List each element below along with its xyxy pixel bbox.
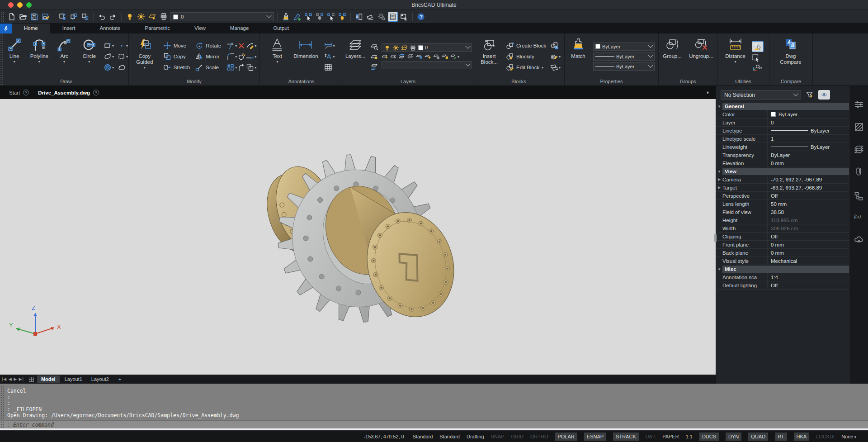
status-toggle-strack[interactable]: STRACK [613,432,639,441]
property-row[interactable]: Width306.826 cm [716,224,849,233]
layer-freeze-button[interactable] [416,53,423,60]
select-button[interactable] [752,54,764,62]
layer-off-button[interactable] [390,53,397,60]
property-row[interactable]: ▶Camera-70.2, 692.27, -967.89 [716,176,849,184]
layout-tab-layout2[interactable]: Layout2 [87,375,113,383]
open-button[interactable] [18,12,28,22]
expand-icon[interactable]: ▶ [716,177,722,181]
match-props-button[interactable] [281,12,291,22]
point-button[interactable]: ▾ [118,42,128,50]
title-bar[interactable]: BricsCAD Ultimate [0,0,868,10]
layer-unlock-button[interactable] [442,53,448,60]
property-row[interactable]: ▶Target-69.2, 693.27, -968.89 [716,184,849,192]
add-layout-button[interactable]: + [114,375,125,383]
property-row[interactable]: Height118.965 cm [716,216,849,224]
panel-splitter-grip[interactable] [714,234,717,242]
ribbon-toggle-button[interactable] [388,12,398,22]
mirror-button[interactable]: Mirror [195,52,221,61]
status-toggle-lwt[interactable]: LWT [646,434,656,439]
status-toggle-esnap[interactable]: ESNAP [584,432,606,441]
status-toggle-lockui[interactable]: LOCKUI [816,434,835,439]
rectangle-button[interactable]: ▾ [104,42,114,50]
layout-grid-icon[interactable] [28,376,34,382]
toolbar-drag-handle[interactable] [1,12,5,22]
array-button[interactable]: ▾ [226,63,237,71]
property-row[interactable]: Elevation0 mm [716,159,849,167]
revision-cloud-button[interactable] [118,63,128,71]
attribute-edit-button[interactable]: ▾ [550,52,561,61]
status-toggle-rt[interactable]: RT [775,432,787,441]
property-row[interactable]: LinetypeByLayer [716,127,849,135]
move-button[interactable]: Move [163,42,190,50]
status-toggle-standard[interactable]: Standard [413,434,433,439]
property-row[interactable]: Layer0 [716,119,849,127]
blockify-button[interactable]: Blockify [506,52,546,61]
layer-lock-button[interactable] [433,53,440,60]
status-toggle-none[interactable]: None▾ [841,434,856,439]
block-save-button[interactable] [550,42,561,50]
close-icon[interactable]: × [93,90,99,95]
group-button[interactable]: Group... [660,36,684,77]
tab-start[interactable]: Start × [5,86,33,99]
light-bulb-button[interactable] [125,12,135,22]
layers-strip-icon[interactable] [854,144,864,154]
ribbon-tab-output[interactable]: Output [261,24,301,33]
table-button[interactable] [324,63,335,71]
trim-button[interactable]: ▾ [226,42,237,50]
ribbon-tab-insert[interactable]: Insert [50,24,88,33]
selection-combobox[interactable]: No Selection [721,90,801,100]
maximize-window-button[interactable] [26,2,32,8]
property-row[interactable]: Visual styleMechanical [716,257,849,265]
section-header-misc[interactable]: ▼Misc [716,266,849,273]
select-off-button[interactable] [315,12,325,22]
layout-tab-model[interactable]: Model [37,375,60,383]
layer-lights-button[interactable] [147,12,157,22]
hatch-button[interactable]: ▾ [104,63,114,71]
cloud-strip-icon[interactable] [854,234,864,244]
ribbon-tab-annotate[interactable]: Annotate [87,24,132,33]
status-toggle-ducs[interactable]: DUCS [699,432,719,441]
status-toggle-1-1[interactable]: 1:1 [686,434,693,439]
insert-block-button[interactable]: Insert Block... [476,36,502,77]
distance-button[interactable]: Distance▾ [723,36,748,77]
select-entities-button[interactable] [303,12,313,22]
status-toggle-dyn[interactable]: DYN [726,432,741,441]
section-header-general[interactable]: ▼General [716,103,849,110]
expand-icon[interactable]: ▶ [716,185,722,190]
property-row[interactable]: TransparencyByLayer [716,151,849,159]
structure-strip-icon[interactable] [854,191,864,201]
layer-isolate-button[interactable] [399,53,406,60]
property-row[interactable]: ClippingOff [716,233,849,241]
arc-button[interactable]: Arc▾ [53,36,75,77]
property-row[interactable]: Linetype scale1 [716,135,849,143]
property-row[interactable]: PerspectiveOff [716,192,849,200]
layer-states-button[interactable] [370,62,378,71]
ribbon-tab-parametric[interactable]: Parametric [133,24,183,33]
bend-button[interactable] [237,63,245,71]
property-row[interactable]: ColorByLayer [716,110,849,119]
status-toggle-hka[interactable]: HKA [794,432,810,441]
ucs-zoom-button[interactable]: ▾ [752,64,764,72]
layout-tab-layout1[interactable]: Layout1 [61,375,86,383]
edit-block-button[interactable]: Edit Block▾ [506,63,546,71]
dimension-button[interactable]: Dimension [292,36,320,77]
settings-button[interactable] [377,12,387,22]
property-row[interactable]: Default lightingOff [716,281,849,290]
layer-unisolate-button[interactable] [407,53,414,60]
layer-state-combobox[interactable] [382,61,472,69]
polyline-button[interactable]: Polyline▾ [28,36,50,77]
viewport-canvas[interactable]: ZXY [0,99,716,375]
attributes-button[interactable]: ▾ [550,63,561,71]
tab-drive-assembly[interactable]: Drive_Assembly.dwg × [33,86,104,99]
erase-button[interactable] [237,42,245,50]
lengthen-button[interactable]: ▾ [246,52,256,61]
linetype-combobox[interactable]: ByLayer [593,62,655,71]
layer-light-button[interactable] [370,52,378,61]
status-toggle-polar[interactable]: POLAR [555,432,577,441]
ungroup-button[interactable]: Ungroup... [687,36,715,77]
fillet-button[interactable]: ▾ [226,52,237,61]
copy-guided-button[interactable]: Copy Guided▾ [132,36,158,77]
ribbon-tab-view[interactable]: View [182,24,218,33]
print-button[interactable] [159,12,169,22]
scale-button[interactable]: Scale [195,63,221,71]
